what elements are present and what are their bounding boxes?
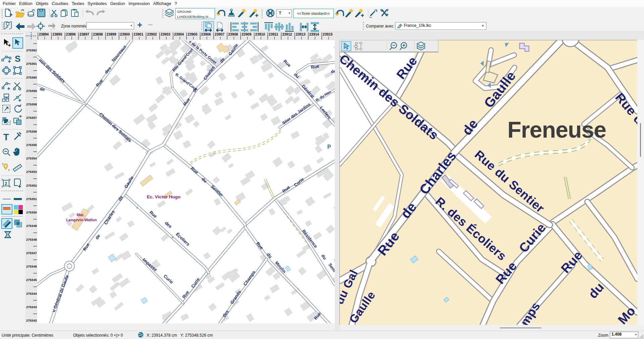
svg-text:275345: 275345: [26, 278, 37, 282]
svg-text:275350: 275350: [26, 210, 37, 214]
svg-text:275361: 275361: [26, 62, 37, 65]
svg-text:23897: 23897: [79, 32, 89, 36]
svg-text:23914: 23914: [309, 32, 319, 36]
svg-text:275347: 275347: [26, 251, 37, 255]
svg-text:23894: 23894: [39, 32, 49, 36]
svg-text:Y: Y: [53, 28, 55, 31]
svg-text:23900: 23900: [120, 32, 130, 36]
svg-text:Y: Y: [2, 162, 4, 166]
svg-text:Mat.: Mat.: [77, 213, 85, 217]
svg-text:23915: 23915: [323, 32, 332, 36]
svg-text:23896: 23896: [66, 32, 76, 36]
svg-text:275356: 275356: [26, 130, 37, 133]
svg-text:275342: 275342: [26, 319, 37, 322]
svg-text:23898: 23898: [93, 32, 103, 36]
svg-text:275360: 275360: [26, 76, 37, 79]
svg-text:275354: 275354: [26, 156, 37, 160]
svg-text:275344: 275344: [26, 292, 37, 295]
svg-text:S: S: [15, 54, 20, 64]
svg-text:23907: 23907: [215, 32, 224, 36]
svg-text:275346: 275346: [26, 264, 37, 268]
svg-text:Langevin-Wallon: Langevin-Wallon: [66, 218, 97, 222]
svg-text:Ec. Victor Hugo: Ec. Victor Hugo: [147, 194, 180, 199]
svg-text:275362: 275362: [26, 48, 37, 52]
svg-text:275348: 275348: [26, 238, 37, 241]
svg-text:275351: 275351: [26, 197, 37, 201]
svg-text:de: de: [331, 68, 335, 74]
svg-text:23909: 23909: [242, 32, 252, 36]
svg-text:2: 2: [5, 181, 7, 186]
svg-text:23906: 23906: [201, 32, 211, 36]
svg-text:x: x: [51, 28, 52, 31]
svg-text:275352: 275352: [26, 184, 37, 187]
svg-text:T: T: [3, 132, 9, 142]
svg-text:23912: 23912: [282, 32, 292, 36]
svg-text:275357: 275357: [26, 116, 37, 119]
svg-text:275355: 275355: [26, 143, 37, 147]
svg-text:P: P: [327, 144, 331, 150]
svg-text:23910: 23910: [255, 32, 265, 36]
svg-text:23908: 23908: [228, 32, 238, 36]
svg-text:23895: 23895: [52, 32, 62, 36]
svg-text:275349: 275349: [26, 224, 37, 228]
svg-text:23905: 23905: [187, 32, 197, 36]
svg-text:23904: 23904: [174, 32, 184, 36]
svg-text:23899: 23899: [107, 32, 116, 36]
svg-text:275358: 275358: [26, 102, 37, 106]
svg-text:23901: 23901: [133, 32, 143, 36]
svg-text:23903: 23903: [161, 32, 170, 36]
svg-text:Freneuse: Freneuse: [507, 117, 606, 142]
svg-text:23902: 23902: [147, 32, 157, 36]
svg-text:x: x: [8, 168, 10, 172]
svg-text:275359: 275359: [26, 89, 37, 93]
svg-text:275343: 275343: [26, 305, 37, 309]
svg-text:275353: 275353: [26, 170, 37, 174]
svg-text:23911: 23911: [269, 32, 278, 36]
svg-text:23913: 23913: [296, 32, 306, 36]
